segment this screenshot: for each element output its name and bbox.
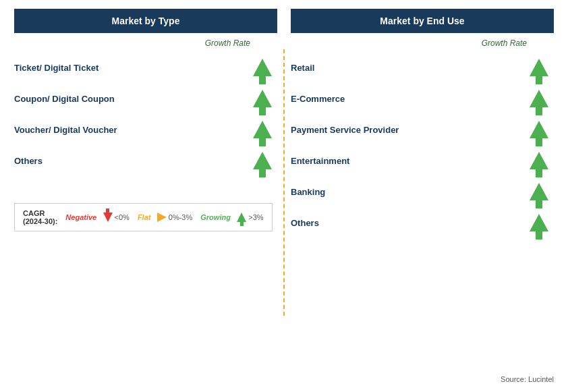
item-label-others-right: Others (291, 218, 319, 228)
list-item: Retail (291, 52, 554, 83)
flat-label: Flat (138, 213, 151, 221)
growing-label: Growing (200, 213, 231, 221)
list-item: Others (291, 207, 554, 238)
negative-value: <0% (115, 213, 130, 221)
item-label-retail: Retail (291, 63, 314, 73)
negative-label: Negative (65, 213, 96, 221)
list-item: Voucher/ Digital Voucher (14, 114, 277, 145)
item-label-voucher: Voucher/ Digital Voucher (14, 125, 117, 135)
list-item: Coupon/ Digital Coupon (14, 83, 277, 114)
item-label-ecommerce: E-Commerce (291, 94, 345, 104)
list-item: E-Commerce (291, 83, 554, 114)
right-growth-rate-label: Growth Rate (291, 38, 554, 48)
growing-arrow-icon (237, 213, 246, 222)
legend-box: CAGR(2024-30): Negative <0% Flat 0%-3% G… (14, 203, 273, 231)
arrow-up-icon (253, 152, 272, 169)
arrow-up-icon (530, 183, 548, 200)
arrow-up-icon (253, 59, 272, 76)
list-item: Banking (291, 176, 554, 207)
arrow-up-icon (530, 152, 548, 169)
growing-value: >3% (248, 213, 263, 221)
item-label-banking: Banking (291, 187, 325, 197)
list-item: Payment Service Provider (291, 114, 554, 145)
cagr-label: CAGR(2024-30): (23, 209, 57, 225)
left-panel-header: Market by Type (14, 9, 277, 33)
arrow-up-icon (530, 214, 548, 231)
negative-arrow-icon (103, 213, 113, 222)
list-item: Ticket/ Digital Ticket (14, 52, 277, 83)
source-label: Source: Lucintel (291, 368, 554, 383)
arrow-up-icon (253, 90, 272, 107)
item-label-ticket: Ticket/ Digital Ticket (14, 63, 98, 73)
item-label-others-left: Others (14, 156, 42, 166)
arrow-up-icon (253, 121, 272, 138)
arrow-up-icon (530, 59, 548, 76)
list-item: Others (14, 145, 277, 176)
right-panel-header: Market by End Use (291, 9, 554, 33)
flat-value: 0%-3% (169, 213, 192, 221)
list-item: Entertainment (291, 145, 554, 176)
main-container: Market by Type Growth Rate Ticket/ Digit… (7, 9, 561, 383)
item-label-coupon: Coupon/ Digital Coupon (14, 94, 115, 104)
left-growth-rate-label: Growth Rate (14, 38, 277, 48)
item-label-psp: Payment Service Provider (291, 125, 399, 135)
panel-divider (283, 49, 285, 316)
arrow-up-icon (530, 90, 548, 107)
flat-arrow-icon (157, 213, 167, 222)
item-label-entertainment: Entertainment (291, 156, 349, 166)
arrow-up-icon (530, 121, 548, 138)
right-panel: Market by End Use Growth Rate Retail E-C… (284, 9, 561, 383)
left-panel: Market by Type Growth Rate Ticket/ Digit… (7, 9, 284, 383)
